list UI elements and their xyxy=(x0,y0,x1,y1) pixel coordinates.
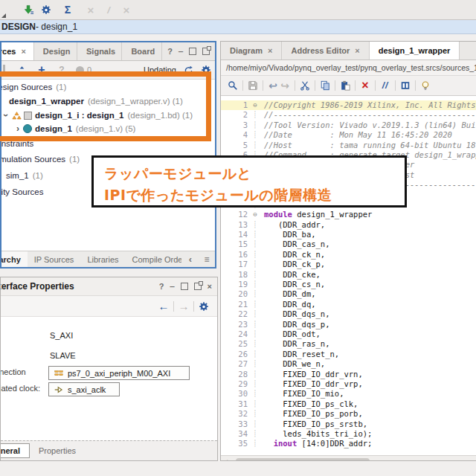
sources-tab-signals[interactable]: Signals xyxy=(77,42,122,60)
code-line[interactable]: 3┊//Tool Version: Vivado v.2019.1.3 (lin… xyxy=(221,120,476,130)
fold-collapse-icon[interactable]: ⊖ xyxy=(248,210,263,219)
sources-tab-sources[interactable]: Sources× xyxy=(1,42,34,60)
expand-right-icon[interactable]: › xyxy=(13,123,22,134)
code-line[interactable]: 17┊ DDR_ck_p, xyxy=(221,260,476,269)
sum-sigma-icon[interactable]: Σ xyxy=(62,4,74,16)
code-line[interactable]: 32┊ FIXED_IO_ps_porb, xyxy=(221,409,476,419)
line-number: 27 xyxy=(221,359,248,369)
help-panel-icon[interactable]: ? xyxy=(167,48,173,56)
code-line[interactable]: 35┊ inout [14:0]DDR_addr; xyxy=(221,439,476,448)
forward-arrow-icon[interactable]: → xyxy=(178,300,190,312)
code-line[interactable]: 14┊ DDR_ba, xyxy=(221,230,476,239)
lightbulb-icon[interactable] xyxy=(419,80,431,91)
code-line[interactable]: 5┊//Host : tama running 64-bit Ubuntu 18… xyxy=(221,141,476,150)
scrollbar-thumb[interactable] xyxy=(236,458,370,461)
subtab-ip-sources[interactable]: IP Sources xyxy=(28,255,81,264)
code-line[interactable]: 31┊ FIXED_IO_ps_clk, xyxy=(221,399,476,409)
minimize-panel-icon[interactable]: ‒ xyxy=(178,48,183,56)
chevron-left-icon[interactable]: ‹ xyxy=(184,254,196,266)
code-line[interactable]: 19┊ DDR_cs_n, xyxy=(221,280,476,289)
film-grid-icon[interactable] xyxy=(399,80,411,91)
code-line[interactable]: 27┊ DDR_we_n, xyxy=(221,359,476,369)
add-plus-icon[interactable]: + xyxy=(36,64,48,76)
tree-item-design-sources[interactable]: Design Sources(1) xyxy=(1,81,215,93)
subtab-hierarchy[interactable]: Hierarchy xyxy=(1,251,28,267)
props-tab-properties[interactable]: Properties xyxy=(30,444,85,457)
scroll-left-icon[interactable]: ‹ xyxy=(221,457,233,461)
paste-icon[interactable] xyxy=(339,80,351,91)
close-tab-icon[interactable]: × xyxy=(21,47,25,56)
code-line[interactable]: 21┊ DDR_dq, xyxy=(221,300,476,309)
code-line[interactable]: 25┊ DDR_ras_n, xyxy=(221,339,476,349)
toolbar-overflow-icon[interactable] xyxy=(1,13,6,18)
tree-item-design-1-i-design-1[interactable]: ›design_1_i : design_1(design_1.bd) (1) xyxy=(1,109,215,121)
sources-tab-board[interactable]: Board xyxy=(122,42,162,60)
minimize-panel-icon[interactable]: ‒ xyxy=(170,283,174,291)
properties-content: S_AXISLAVEConnectionps7_0_axi_periph_M00… xyxy=(1,317,217,440)
code-line[interactable]: 18┊ DDR_cke, xyxy=(221,270,476,280)
code-line[interactable]: 20┊ DDR_dm, xyxy=(221,289,476,299)
code-line[interactable]: 4┊//Date : Mon May 11 16:45:20 2020 xyxy=(221,130,476,140)
tree-item-design-1[interactable]: ›design_1(design_1.v) (5) xyxy=(1,123,215,135)
code-line[interactable]: 22┊ DDR_dqs_n, xyxy=(221,309,476,319)
help-panel-icon[interactable]: ? xyxy=(159,283,164,291)
code-line[interactable]: 23┊ DDR_dqs_p, xyxy=(221,320,476,329)
code-line[interactable]: 29┊ FIXED_IO_ddr_vrp, xyxy=(221,379,476,389)
settings-gear-icon[interactable] xyxy=(40,4,52,16)
code-line[interactable]: 16┊ DDR_ck_n, xyxy=(221,250,476,260)
code-editor[interactable]: 1⊖//Copyright 1986-2019 Xilinx, Inc. All… xyxy=(221,96,476,455)
close-tab-icon[interactable]: × xyxy=(355,46,359,55)
horizontal-scrollbar[interactable]: ‹ xyxy=(221,455,476,461)
badge-circle-icon xyxy=(76,66,84,74)
delete-x-icon[interactable]: × xyxy=(359,80,371,91)
maximize-panel-icon[interactable] xyxy=(181,283,188,290)
back-arrow-icon[interactable]: ← xyxy=(158,300,170,312)
tree-item-constraints[interactable]: Constraints xyxy=(1,138,215,149)
tab-label: Signals xyxy=(86,47,115,56)
property-value-ps7_0_axi_periph_m00_axi[interactable]: ps7_0_axi_periph_M00_AXI xyxy=(48,366,190,380)
code-text: DDR_we_n, xyxy=(264,359,325,369)
fold-collapse-icon[interactable]: ⊖ xyxy=(248,100,263,110)
code-line[interactable]: 13┊ (DDR_addr, xyxy=(221,220,476,230)
code-line[interactable]: 26┊ DDR_reset_n, xyxy=(221,350,476,359)
code-line[interactable]: 12⊖module design_1_wrapper xyxy=(221,210,476,219)
code-line[interactable]: 15┊ DDR_cas_n, xyxy=(221,239,476,249)
editor-tab-design-1-wrapper[interactable]: design_1_wrapper xyxy=(370,42,460,60)
code-line[interactable]: 2┊//------------------------------------… xyxy=(221,110,476,120)
float-panel-icon[interactable] xyxy=(202,48,210,55)
refresh-icon[interactable] xyxy=(182,64,194,76)
comment-icon[interactable]: // xyxy=(379,80,391,91)
sources-tab-design[interactable]: Design xyxy=(34,42,77,60)
search-icon[interactable] xyxy=(227,80,239,91)
settings-gear-icon[interactable] xyxy=(200,64,212,76)
line-number: 34 xyxy=(221,429,248,439)
tree-item-label: Constraints xyxy=(1,139,33,148)
code-line[interactable]: 24┊ DDR_odt, xyxy=(221,329,476,339)
code-line[interactable]: 34┊ leds_4bits_tri_io); xyxy=(221,429,476,439)
undo-icon[interactable]: ↩ xyxy=(267,80,279,91)
run-export-icon[interactable] xyxy=(22,4,34,16)
code-line[interactable]: 30┊ FIXED_IO_mio, xyxy=(221,389,476,399)
float-panel-icon[interactable] xyxy=(194,283,202,290)
maximize-panel-icon[interactable] xyxy=(189,48,196,55)
subtab-libraries[interactable]: Libraries xyxy=(80,255,125,264)
tree-item-design-1-wrapper[interactable]: design_1_wrapper(design_1_wrapper.v) (1) xyxy=(1,95,215,107)
code-line[interactable]: 1⊖//Copyright 1986-2019 Xilinx, Inc. All… xyxy=(221,100,476,110)
cut-icon[interactable] xyxy=(299,80,311,91)
code-line[interactable]: 33┊ FIXED_IO_ps_srstb, xyxy=(221,419,476,429)
close-tab-icon[interactable]: × xyxy=(268,46,272,55)
copy-icon[interactable] xyxy=(319,80,331,91)
collapse-expand-icon[interactable] xyxy=(16,64,28,76)
menu-icon[interactable]: ≡ xyxy=(201,254,213,266)
props-tab-general[interactable]: General xyxy=(1,443,30,458)
close-panel-icon[interactable]: × xyxy=(208,283,212,291)
expand-down-icon[interactable]: › xyxy=(1,111,11,120)
property-value-s_axi_aclk[interactable]: s_axi_aclk xyxy=(48,382,120,396)
line-number: 1 xyxy=(221,100,248,110)
settings-gear-icon[interactable] xyxy=(198,300,210,312)
tab-label: Sources xyxy=(1,47,16,56)
slash-dim-icon: / xyxy=(103,4,115,16)
editor-tab-address-editor[interactable]: Address Editor× xyxy=(282,42,369,60)
editor-tab-diagram[interactable]: Diagram× xyxy=(221,42,282,60)
code-line[interactable]: 28┊ FIXED_IO_ddr_vrn, xyxy=(221,370,476,379)
